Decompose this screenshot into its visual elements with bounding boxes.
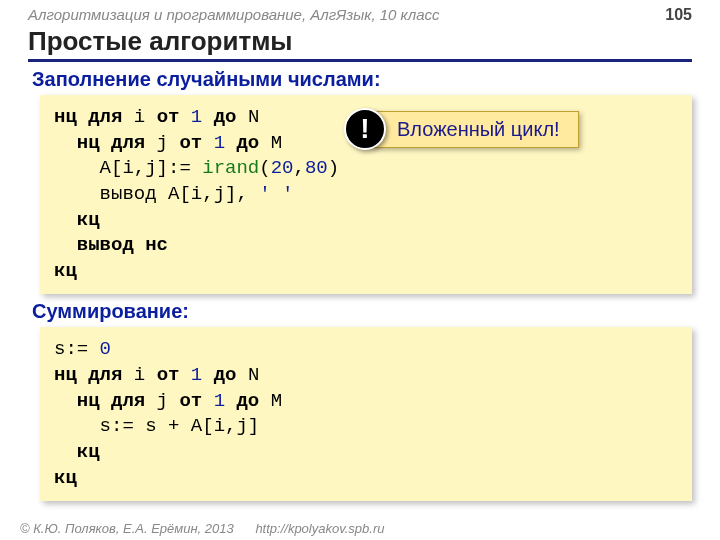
exclamation-icon: ! (344, 108, 386, 150)
slide-title: Простые алгоритмы (28, 26, 692, 62)
copyright: © К.Ю. Поляков, Е.А. Ерёмин, 2013 (20, 521, 234, 536)
code-block-sum: s:= 0 нц для i от 1 до N нц для j от 1 д… (40, 327, 692, 501)
slide-footer: © К.Ю. Поляков, Е.А. Ерёмин, 2013 http:/… (20, 521, 384, 536)
slide-header: Алгоритмизация и программирование, АлгЯз… (0, 0, 720, 26)
course-label: Алгоритмизация и программирование, АлгЯз… (28, 6, 440, 24)
section-fill-title: Заполнение случайными числами: (32, 68, 720, 91)
page-number: 105 (665, 6, 692, 24)
callout-nested-loop: ! Вложенный цикл! (344, 108, 579, 150)
section-sum-title: Суммирование: (32, 300, 720, 323)
callout-label: Вложенный цикл! (372, 111, 579, 148)
footer-url: http://kpolyakov.spb.ru (255, 521, 384, 536)
